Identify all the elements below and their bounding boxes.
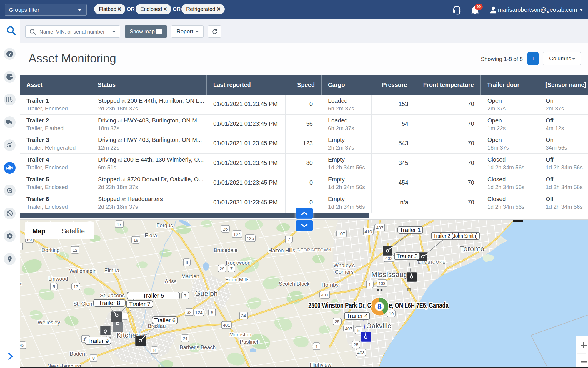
svg-text:Fergus: Fergus [156, 223, 173, 228]
svg-text:34: 34 [241, 313, 246, 318]
svg-text:107: 107 [338, 231, 345, 236]
svg-text:403: 403 [357, 350, 364, 355]
svg-text:Trailer 4: Trailer 4 [347, 313, 368, 319]
svg-text:Elora: Elora [145, 233, 157, 238]
svg-text:Satellite: Satellite [62, 227, 85, 235]
svg-text:Brucedale: Brucedale [214, 247, 237, 253]
svg-text:1: 1 [315, 344, 318, 349]
svg-text:8: 8 [92, 356, 95, 361]
svg-text:407: 407 [345, 326, 352, 331]
svg-text:1: 1 [369, 282, 371, 287]
svg-text:407: 407 [376, 225, 383, 230]
svg-text:124: 124 [195, 310, 202, 315]
svg-text:403: 403 [378, 281, 385, 286]
svg-text:Hornby: Hornby [322, 282, 339, 288]
svg-text:29: 29 [220, 266, 225, 271]
svg-text:Halton Hills: Halton Hills [268, 248, 295, 253]
svg-text:6: 6 [211, 310, 213, 315]
svg-text:Toronto: Toronto [460, 245, 484, 253]
svg-text:25: 25 [354, 342, 359, 347]
svg-text:Wellesley: Wellesley [38, 320, 60, 326]
svg-text:7: 7 [288, 237, 290, 242]
svg-text:Eden Mills: Eden Mills [225, 277, 249, 283]
svg-text:12: 12 [73, 248, 78, 253]
svg-text:32: 32 [187, 310, 192, 315]
svg-text:Whaley's: Whaley's [334, 263, 355, 268]
svg-text:6: 6 [186, 260, 188, 265]
svg-text:26: 26 [223, 226, 228, 231]
svg-text:43: 43 [20, 343, 24, 348]
svg-text:GEORGETOWN: GEORGETOWN [297, 248, 332, 252]
svg-text:Elmira: Elmira [104, 268, 119, 273]
svg-text:Trailer 6: Trailer 6 [154, 317, 176, 324]
svg-text:Marden: Marden [181, 273, 199, 279]
svg-text:124: 124 [233, 232, 241, 237]
svg-text:5: 5 [357, 328, 360, 333]
svg-text:31: 31 [20, 244, 21, 249]
svg-text:7: 7 [184, 293, 186, 298]
svg-text:17: 17 [74, 284, 79, 289]
svg-text:St. Jacobs: St. Jacobs [100, 293, 125, 299]
svg-text:Linwood: Linwood [48, 276, 68, 282]
svg-text:403: 403 [385, 256, 392, 261]
svg-text:Wallenstein: Wallenstein [69, 268, 96, 274]
svg-text:Trailer 5: Trailer 5 [143, 292, 164, 299]
svg-text:Barber's Beach: Barber's Beach [180, 344, 216, 350]
svg-text:18: 18 [134, 238, 139, 243]
svg-text:401: 401 [321, 292, 328, 297]
svg-text:7: 7 [230, 266, 233, 271]
svg-text:Dorking: Dorking [41, 247, 60, 253]
svg-text:Ariss: Ariss [165, 279, 176, 284]
svg-text:Trailer 7: Trailer 7 [129, 301, 151, 307]
svg-text:8: 8 [377, 302, 382, 311]
svg-text:Map: Map [32, 227, 45, 235]
svg-text:125: 125 [246, 236, 254, 241]
svg-text:2500 Winston Park Dr, C: 2500 Winston Park Dr, C [308, 301, 371, 310]
svg-text:401: 401 [223, 323, 230, 328]
svg-text:Morriston: Morriston [229, 332, 251, 338]
svg-text:8: 8 [153, 348, 156, 353]
svg-text:Trailer 9: Trailer 9 [87, 338, 109, 344]
svg-text:17: 17 [117, 222, 122, 227]
svg-text:24: 24 [183, 336, 188, 341]
svg-text:19: 19 [389, 311, 394, 316]
svg-text:?: ? [8, 52, 11, 57]
svg-text:Corners: Corners [335, 269, 354, 275]
svg-text:Trailer 1: Trailer 1 [399, 227, 421, 233]
svg-text:Oakville: Oakville [366, 322, 392, 330]
svg-text:Trailer 3: Trailer 3 [396, 253, 418, 259]
svg-text:Trailer 2 (John Smith): Trailer 2 (John Smith) [434, 233, 478, 239]
svg-text:Puslinch: Puslinch [240, 339, 260, 345]
svg-text:Baden: Baden [70, 351, 85, 357]
svg-text:Trailer 8: Trailer 8 [99, 300, 120, 306]
svg-text:410: 410 [364, 229, 372, 234]
svg-text:5: 5 [53, 284, 55, 289]
svg-text:Guelph: Guelph [195, 290, 218, 297]
svg-text:Scotch Block: Scotch Block [279, 281, 310, 287]
svg-text:Mississauga: Mississauga [371, 271, 412, 279]
svg-text:e, ON L6H 7E5, Canada: e, ON L6H 7E5, Canada [389, 301, 449, 310]
svg-text:25: 25 [335, 319, 340, 324]
